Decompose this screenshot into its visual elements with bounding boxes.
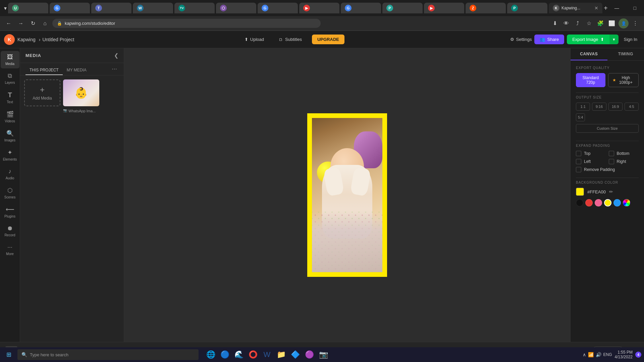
taskbar-opera-button[interactable]: ⭕ [246,348,260,361]
size-16x9-button[interactable]: 16:9 [608,103,623,111]
upgrade-button[interactable]: UPGRADE [312,35,344,44]
tab-zapier[interactable]: Z [466,3,506,13]
start-button[interactable]: ⊞ [3,349,15,361]
subtitles-button[interactable]: 🗅 Subtitles [274,35,307,44]
padding-left-option[interactable]: Left [576,159,606,164]
sidebar-item-audio[interactable]: ♪ Audio [1,165,19,183]
remove-padding-option[interactable]: Remove Padding [576,167,639,172]
size-1x1-button[interactable]: 1:1 [576,103,590,111]
tab-wp[interactable]: W [133,3,173,13]
taskbar-edge-button[interactable]: 🌊 [232,348,246,361]
new-tab-button[interactable]: + [604,3,608,13]
window-maximize-button[interactable]: □ [627,3,643,13]
remove-padding-checkbox[interactable] [576,167,581,172]
padding-top-checkbox[interactable] [576,151,581,156]
sidebar-item-elements[interactable]: ✦ Elements [1,146,19,164]
refresh-button[interactable]: ↻ [28,19,38,28]
padding-bottom-checkbox[interactable] [609,151,614,156]
color-preset-black[interactable] [576,199,583,206]
media-tab-options[interactable]: ⋯ [110,66,118,75]
taskbar-time[interactable]: 1:55 PM 4/13/2022 [615,350,633,359]
taskbar-app7-button[interactable]: 🟣 [303,348,316,361]
signin-button[interactable]: Sign In [621,37,640,42]
padding-top-option[interactable]: Top [576,151,606,156]
tab-close-icon[interactable]: ✕ [594,5,598,11]
tab-tab1[interactable]: TV [174,3,215,13]
menu-icon[interactable]: ⋮ [631,19,640,28]
padding-bottom-option[interactable]: Bottom [609,151,639,156]
custom-size-button[interactable]: Custom Size [576,124,639,133]
color-preset-rainbow[interactable] [623,199,630,206]
kapwing-logo[interactable]: K Kapwing [4,34,36,45]
sidebar-item-plugins[interactable]: ⟵ Plugins [1,203,19,221]
sidebar-item-images[interactable]: 🔍 Images [1,127,19,145]
taskbar-word-button[interactable]: W [260,348,274,361]
canvas-background[interactable] [307,113,387,277]
tab-tab2[interactable]: ⬡ [216,3,256,13]
volume-icon[interactable]: 🔊 [596,352,601,357]
url-bar[interactable]: 🔒 kapwing.com/studio/editor [52,19,321,28]
panel-collapse-button[interactable]: ❮ [114,52,118,59]
project-name[interactable]: Untitled Project [42,37,74,42]
sidebar-item-layers[interactable]: ⧉ Layers [1,70,19,87]
padding-right-checkbox[interactable] [609,159,614,164]
tab-upwork[interactable]: U [8,3,48,13]
taskbar-search[interactable]: 🔍 Type here to search [17,349,199,360]
tab-yt2[interactable]: ▶ [424,3,464,13]
taskbar-ie-button[interactable]: 🌐 [204,348,217,361]
home-button[interactable]: ⌂ [40,19,50,28]
padding-right-option[interactable]: Right [609,159,639,164]
upload-button[interactable]: ⬆ Upload [240,35,269,44]
tab-g3[interactable]: G [341,3,381,13]
sidebar-item-record[interactable]: ⏺ Record [1,222,19,240]
network-icon[interactable]: 📶 [588,352,594,357]
back-button[interactable]: ← [4,19,13,28]
size-9x16-button[interactable]: 9:16 [592,103,606,111]
sidebar-item-media[interactable]: 🖼 Media [1,51,19,68]
profile-icon[interactable]: 👤 [619,18,629,28]
add-media-button[interactable]: + Add Media [24,79,60,113]
tab-kapwing[interactable]: K Kapwing... ✕ [549,3,602,13]
canvas-area[interactable] [124,48,570,342]
high-quality-button[interactable]: ★ High 1080p+ [608,73,639,87]
taskbar-files-button[interactable]: 📁 [274,348,288,361]
notification-badge[interactable]: 4 [635,352,641,358]
color-picker-icon[interactable]: ✏ [609,189,613,194]
share-address-icon[interactable]: ⤴ [573,19,582,28]
split-view-icon[interactable]: ⬜ [607,19,616,28]
tab-p1[interactable]: P [382,3,423,13]
tab-my-media[interactable]: MY MEDIA [63,66,91,75]
tab-tw[interactable]: T [91,3,131,13]
padding-left-checkbox[interactable] [576,159,581,164]
standard-quality-button[interactable]: Standard 720p [576,73,605,87]
color-preset-red[interactable] [585,199,593,206]
sidebar-item-text[interactable]: T Text [1,88,19,107]
color-preset-yellow[interactable] [604,199,611,206]
bookmark-icon[interactable]: ☆ [584,19,594,28]
tab-yt1[interactable]: ▶ [299,3,339,13]
browser-chevron[interactable]: ▾ [4,5,7,11]
media-item-whatsapp[interactable]: 📷 WhatsApp Ima... [63,79,99,113]
tab-poper[interactable]: P [507,3,547,13]
export-button[interactable]: Export Image ⬆ [567,35,609,44]
taskbar-app6-button[interactable]: 🔷 [288,348,302,361]
tab-timing[interactable]: TIMING [607,48,644,60]
color-preset-pink[interactable] [595,199,602,206]
window-minimize-button[interactable]: — [609,3,625,13]
tab-google1[interactable]: G [50,3,90,13]
tab-this-project[interactable]: THIS PROJECT [25,66,63,75]
download-icon[interactable]: ⬇ [550,19,559,28]
size-5x4-button[interactable]: 5:4 [576,113,585,121]
sidebar-item-more[interactable]: ··· More [1,241,19,258]
export-dropdown-button[interactable]: ▾ [609,35,619,44]
system-tray-up-icon[interactable]: ∧ [583,352,586,357]
taskbar-chrome-button[interactable]: 🔵 [218,348,231,361]
color-swatch-main[interactable] [576,188,584,196]
tab-google2[interactable]: G [258,3,298,13]
forward-button[interactable]: → [16,19,25,28]
settings-button[interactable]: ⚙ Settings [510,37,532,42]
eye-off-icon[interactable]: 👁 [561,19,571,28]
size-4x5-button[interactable]: 4:5 [625,103,639,111]
tab-canvas[interactable]: CANVAS [571,48,607,60]
color-preset-blue[interactable] [613,199,621,206]
